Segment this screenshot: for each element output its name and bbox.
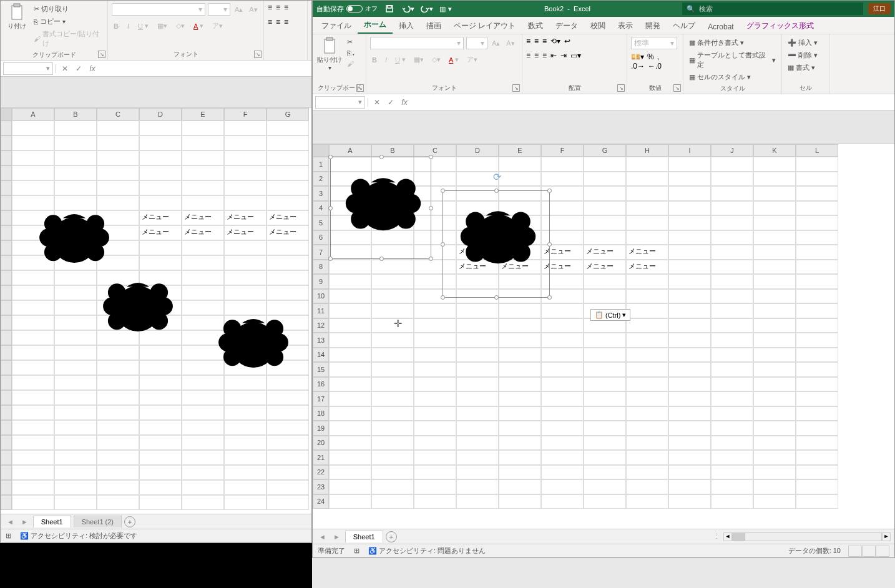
cell[interactable] (371, 377, 414, 392)
cut-button[interactable]: ✂切り取り (32, 3, 104, 15)
conditional-format-btn[interactable]: ▦ 条件付き書式 ▾ (687, 37, 746, 49)
cell[interactable] (267, 420, 309, 435)
cell[interactable] (456, 436, 499, 451)
cell[interactable] (626, 157, 668, 172)
cell[interactable] (267, 150, 309, 165)
cell[interactable] (796, 318, 838, 333)
cell[interactable] (541, 421, 584, 436)
fx-button[interactable]: fx (87, 64, 97, 73)
sheet-tab-r1[interactable]: Sheet1 (345, 531, 383, 542)
cell[interactable] (499, 377, 541, 392)
cell[interactable] (626, 465, 668, 480)
cell[interactable] (711, 421, 753, 436)
undo-button[interactable]: ▾ (401, 2, 415, 16)
cell[interactable] (267, 480, 309, 495)
cell[interactable] (711, 465, 753, 480)
cell[interactable] (796, 201, 838, 216)
cell[interactable]: メニュー (182, 210, 224, 225)
cell[interactable] (499, 450, 541, 465)
cell[interactable] (584, 157, 626, 172)
font-color-button[interactable]: A▾ (192, 21, 205, 31)
row-header[interactable] (1, 300, 12, 315)
cell[interactable] (54, 345, 97, 360)
cell[interactable] (97, 420, 139, 435)
cell[interactable] (267, 255, 309, 270)
cell[interactable] (224, 300, 267, 315)
cell[interactable] (796, 215, 838, 230)
name-box-left[interactable]: ▾ (3, 62, 53, 75)
cell[interactable] (97, 315, 139, 330)
align-top-button[interactable]: ≡ (268, 3, 272, 12)
cell[interactable] (456, 465, 499, 480)
cell[interactable] (267, 375, 309, 390)
cell[interactable] (12, 285, 54, 300)
cell[interactable] (182, 240, 224, 255)
cell[interactable] (371, 318, 414, 333)
cell[interactable] (499, 333, 541, 348)
cell[interactable] (499, 362, 541, 377)
cell[interactable] (329, 391, 371, 406)
cell[interactable] (12, 420, 54, 435)
cell[interactable] (753, 391, 796, 406)
sheet-nav-prev[interactable]: ◄ (4, 518, 16, 526)
tab-help[interactable]: ヘルプ (667, 18, 702, 34)
align-right-button[interactable]: ≡ (284, 17, 288, 26)
col-header[interactable]: B (371, 144, 414, 157)
cell[interactable]: メニュー (626, 260, 668, 275)
cell[interactable] (182, 375, 224, 390)
search-box[interactable]: 🔍 検索 (682, 2, 863, 15)
tab-file[interactable]: ファイル (315, 18, 358, 34)
cell[interactable] (711, 303, 753, 318)
row-header[interactable] (1, 405, 12, 420)
cell[interactable] (54, 405, 97, 420)
cell[interactable] (456, 479, 499, 494)
cell[interactable] (54, 150, 97, 165)
font-combo-r[interactable]: ▾ (370, 37, 464, 49)
cell[interactable] (54, 330, 97, 345)
cell[interactable] (329, 450, 371, 465)
cell[interactable] (711, 318, 753, 333)
cell[interactable] (139, 435, 182, 450)
row-header[interactable] (1, 285, 12, 300)
cell[interactable] (711, 333, 753, 348)
tab-view[interactable]: 表示 (612, 18, 639, 34)
cell[interactable] (541, 465, 584, 480)
cell[interactable] (414, 348, 456, 363)
cell[interactable] (267, 315, 309, 330)
format-cells-btn[interactable]: ▦ 書式 ▾ (786, 62, 817, 74)
cell[interactable] (97, 330, 139, 345)
cell[interactable] (267, 330, 309, 345)
cell[interactable] (668, 318, 711, 333)
cell[interactable] (626, 289, 668, 304)
cell[interactable] (753, 289, 796, 304)
cell[interactable] (711, 377, 753, 392)
indent-dec[interactable]: ⇤ (550, 51, 557, 60)
cell[interactable] (541, 348, 584, 363)
cell[interactable] (499, 465, 541, 480)
row-header[interactable] (1, 120, 12, 135)
cell[interactable]: メニュー (182, 225, 224, 240)
cell[interactable] (267, 450, 309, 465)
cell[interactable] (711, 391, 753, 406)
cell[interactable] (182, 330, 224, 345)
col-header[interactable]: J (711, 144, 753, 157)
enter-formula-button[interactable]: ✓ (74, 64, 84, 73)
cell[interactable] (139, 135, 182, 150)
cell[interactable] (668, 406, 711, 421)
cell[interactable] (626, 362, 668, 377)
cell[interactable] (371, 450, 414, 465)
cell[interactable] (753, 362, 796, 377)
fx-btn-r[interactable]: fx (399, 98, 409, 107)
cell[interactable] (97, 405, 139, 420)
valign-bot[interactable]: ≡ (542, 37, 547, 46)
cell[interactable] (753, 348, 796, 363)
cell[interactable] (267, 435, 309, 450)
cell[interactable] (541, 406, 584, 421)
cell[interactable] (182, 480, 224, 495)
cell[interactable] (753, 333, 796, 348)
cell[interactable] (329, 465, 371, 480)
cell[interactable]: メニュー (584, 245, 626, 260)
view-buttons[interactable] (848, 546, 889, 557)
cell[interactable] (668, 245, 711, 260)
cell[interactable] (414, 391, 456, 406)
